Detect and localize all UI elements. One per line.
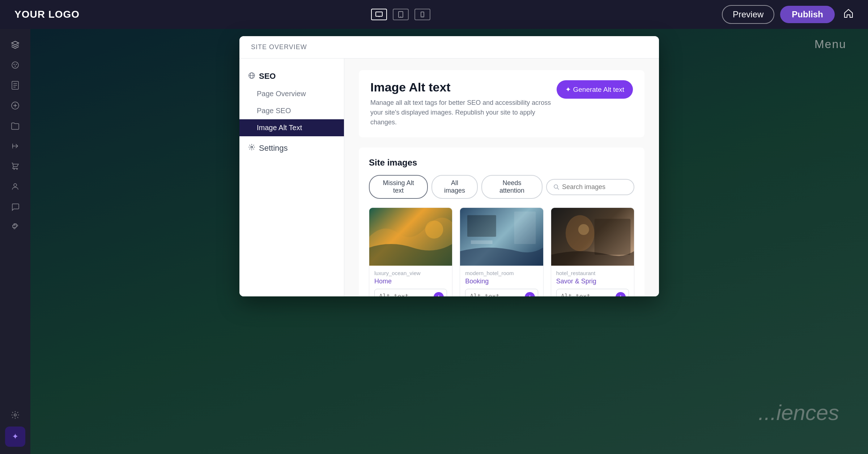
svg-point-4: [400, 16, 401, 17]
svg-rect-29: [467, 215, 496, 237]
home-icon[interactable]: [843, 9, 854, 21]
alt-text-wrapper-2: [556, 289, 629, 296]
sidebar-sparkle-button[interactable]: ✦: [5, 427, 25, 447]
publish-button[interactable]: Publish: [780, 6, 835, 23]
content-panel: Image Alt text Manage all alt text tags …: [344, 59, 659, 296]
content-header: Image Alt text Manage all alt text tags …: [359, 70, 644, 137]
image-card-1: modern_hotel_room Booking: [460, 207, 543, 296]
svg-point-20: [14, 184, 17, 187]
svg-rect-0: [376, 12, 382, 16]
sidebar-icon-cart[interactable]: [7, 158, 24, 175]
image-page-link-0[interactable]: Home: [374, 278, 447, 285]
nav-seo-label: SEO: [259, 72, 276, 81]
sidebar-bottom: ✦: [5, 406, 25, 447]
nav-settings[interactable]: Settings: [239, 139, 344, 157]
svg-point-8: [14, 64, 15, 65]
sidebar-icon-redirect[interactable]: [7, 137, 24, 155]
image-card-body-1: modern_hotel_room Booking: [460, 266, 543, 296]
tablet-viewport-icon[interactable]: [393, 9, 409, 20]
image-filename-1: modern_hotel_room: [465, 270, 538, 276]
svg-point-28: [425, 220, 443, 239]
alt-text-input-2[interactable]: [561, 293, 613, 296]
svg-rect-31: [514, 211, 536, 244]
content-header-text: Image Alt text Manage all alt text tags …: [370, 80, 557, 127]
modal-header: SITE OVERVIEW: [239, 36, 659, 59]
generate-alt-text-button[interactable]: ✦ Generate Alt text: [557, 80, 633, 99]
image-thumbnail-1: [460, 208, 543, 266]
image-page-link-2[interactable]: Savor & Sprig: [556, 278, 629, 285]
nav-image-alt-text[interactable]: Image Alt Text: [239, 119, 344, 136]
filter-bar: Missing Alt text All images Needs attent…: [369, 175, 634, 199]
page-description: Manage all alt text tags for better SEO …: [370, 98, 557, 127]
nav-seo-section[interactable]: SEO: [239, 67, 344, 85]
alt-text-wrapper-1: [465, 289, 538, 296]
settings-icon: [248, 144, 255, 153]
preview-button[interactable]: Preview: [722, 5, 774, 24]
image-card-body-2: hotel_restaurant Savor & Sprig: [551, 266, 634, 296]
sidebar-icon-page[interactable]: [7, 77, 24, 94]
svg-point-10: [15, 66, 16, 67]
image-page-link-1[interactable]: Booking: [465, 278, 538, 285]
site-images-section: Site images Missing Alt text All images …: [359, 147, 644, 296]
ai-generate-btn-2[interactable]: [616, 292, 626, 296]
modal-body: SEO Page Overview Page SEO Image Alt Tex…: [239, 59, 659, 296]
svg-point-34: [578, 224, 589, 235]
mobile-viewport-icon[interactable]: [414, 9, 430, 20]
alt-text-input-1[interactable]: [470, 293, 522, 296]
filter-needs-attention[interactable]: Needs attention: [481, 175, 542, 199]
alt-text-wrapper-0: [374, 289, 447, 296]
image-thumbnail-0: [369, 208, 452, 266]
svg-line-27: [557, 188, 559, 189]
svg-point-6: [422, 16, 423, 17]
top-bar: YOUR LOGO Preview Publish: [0, 0, 868, 29]
sidebar-icon-user[interactable]: [7, 178, 24, 195]
nav-panel: SEO Page Overview Page SEO Image Alt Tex…: [239, 59, 344, 296]
alt-text-input-0[interactable]: [379, 293, 431, 296]
image-grid: luxury_ocean_view Home: [369, 207, 634, 296]
nav-page-seo[interactable]: Page SEO: [239, 102, 344, 119]
svg-point-25: [251, 146, 253, 148]
svg-point-7: [12, 62, 18, 68]
sidebar-icon-folder[interactable]: [7, 117, 24, 134]
modal-overlay: SITE OVERVIEW SEO Page Overvi: [30, 29, 868, 454]
search-input[interactable]: [562, 183, 627, 191]
image-thumbnail-2: [551, 208, 634, 266]
sidebar-icon-palette[interactable]: [7, 56, 24, 74]
svg-rect-33: [594, 219, 630, 255]
svg-point-21: [14, 414, 16, 416]
desktop-viewport-icon[interactable]: [371, 9, 387, 20]
svg-rect-30: [471, 240, 493, 244]
sidebar-icon-layers[interactable]: [7, 36, 24, 53]
svg-point-19: [17, 169, 18, 170]
image-card-0: luxury_ocean_view Home: [369, 207, 452, 296]
seo-modal: SITE OVERVIEW SEO Page Overvi: [239, 36, 659, 296]
image-card-body-0: luxury_ocean_view Home: [369, 266, 452, 296]
filter-missing-alt-text[interactable]: Missing Alt text: [369, 175, 428, 199]
ai-generate-btn-0[interactable]: [434, 292, 444, 296]
logo: YOUR LOGO: [14, 9, 80, 20]
image-filename-0: luxury_ocean_view: [374, 270, 447, 276]
page-title: Image Alt text: [370, 80, 557, 94]
filter-all-images[interactable]: All images: [431, 175, 478, 199]
svg-point-18: [14, 169, 15, 170]
left-sidebar: ✦: [0, 29, 30, 454]
site-overview-label: SITE OVERVIEW: [251, 43, 307, 51]
search-icon: [553, 184, 559, 190]
svg-point-9: [16, 64, 17, 65]
globe-icon: [248, 72, 255, 81]
sidebar-icon-chat[interactable]: [7, 198, 24, 215]
image-card-2: hotel_restaurant Savor & Sprig: [551, 207, 634, 296]
sidebar-icon-settings[interactable]: [7, 406, 24, 424]
sidebar-icon-add[interactable]: [7, 97, 24, 114]
viewport-switcher: [371, 9, 430, 20]
top-bar-right: Preview Publish: [722, 5, 854, 24]
search-box[interactable]: [546, 179, 634, 195]
site-images-title: Site images: [369, 158, 634, 168]
sidebar-icon-puzzle[interactable]: [7, 218, 24, 236]
nav-settings-label: Settings: [259, 144, 288, 153]
nav-page-overview[interactable]: Page Overview: [239, 85, 344, 102]
image-filename-2: hotel_restaurant: [556, 270, 629, 276]
ai-generate-btn-1[interactable]: [525, 292, 535, 296]
